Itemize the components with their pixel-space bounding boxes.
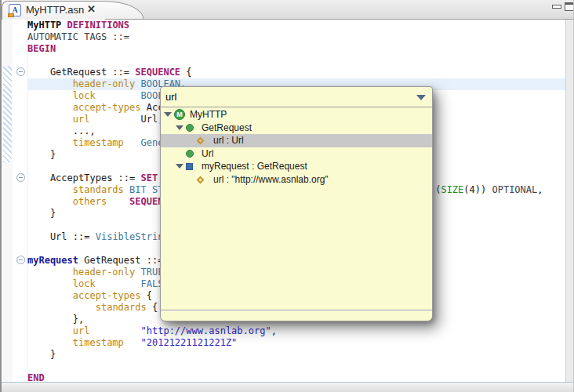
code-token: SIZE: [441, 184, 463, 195]
code-token: [61, 20, 67, 31]
outline-filter-input[interactable]: [164, 90, 418, 103]
code-token: [27, 290, 73, 301]
code-line[interactable]: [27, 55, 543, 67]
code-token: header-only: [73, 78, 135, 89]
value-icon: [186, 163, 193, 170]
module-icon: M: [174, 109, 185, 120]
code-line[interactable]: }: [27, 349, 543, 361]
code-token: lock: [73, 90, 96, 101]
code-token: timestamp: [73, 337, 124, 348]
outline-item-label: myRequest : GetRequest: [202, 161, 307, 172]
outline-tree-item[interactable]: url : "http://www.asnlab.org": [161, 173, 432, 187]
code-token: {: [180, 67, 191, 78]
type-icon: [186, 150, 194, 158]
code-line[interactable]: MyHTTP DEFINITIONS: [27, 20, 543, 31]
outline-tree-item[interactable]: Url: [161, 147, 432, 161]
code-line[interactable]: BEGIN: [27, 43, 543, 55]
maximize-icon[interactable]: [565, 2, 574, 11]
expanded-arrow-icon[interactable]: [176, 164, 183, 169]
code-token: others: [73, 196, 107, 207]
code-token: SEQUENCE: [135, 67, 180, 78]
code-token: [124, 184, 129, 195]
code-token: ...,: [27, 125, 96, 136]
code-token: [27, 90, 73, 101]
outline-item-label: Url: [202, 148, 213, 159]
code-token: [27, 196, 73, 207]
outline-tree-item[interactable]: url : Url: [161, 134, 432, 147]
code-token: AcceptTypes ::=: [27, 172, 141, 183]
code-token: OPTIONAL: [492, 184, 537, 195]
code-token: }: [27, 349, 56, 360]
code-token: myRequest: [27, 255, 78, 266]
code-token: }: [27, 208, 56, 219]
outline-tree-item[interactable]: MMyHTTP: [161, 108, 432, 122]
minimize-icon[interactable]: [552, 5, 561, 9]
close-icon[interactable]: ✕: [87, 3, 96, 15]
code-token: },: [27, 314, 84, 325]
code-token: [96, 90, 141, 101]
code-token: "20121221121221Z": [141, 337, 238, 348]
code-token: MyHTTP: [27, 20, 61, 31]
tab-curve: [104, 1, 144, 19]
field-icon: [197, 176, 205, 183]
expanded-arrow-icon[interactable]: [176, 125, 183, 130]
code-token: [141, 102, 147, 113]
code-line[interactable]: timestamp "20121221121221Z": [27, 337, 543, 349]
code-token: [135, 78, 140, 89]
code-token: GetRequest ::=: [27, 67, 135, 78]
collapse-icon[interactable]: [16, 67, 25, 76]
code-token: [27, 184, 73, 195]
outline-tree-item[interactable]: GetRequest: [161, 122, 432, 135]
code-token: timestamp: [73, 137, 124, 148]
outline-tree-item[interactable]: myRequest : GetRequest: [161, 160, 432, 173]
tab-title[interactable]: MyHTTP.asn: [26, 4, 84, 16]
code-token: [27, 114, 73, 125]
code-token: [89, 114, 140, 125]
code-token: [124, 137, 141, 148]
outline-item-label: url : Url: [213, 135, 244, 146]
outline-tree: MMyHTTPGetRequesturl : UrlUrlmyRequest :…: [161, 108, 432, 309]
code-token: ,: [271, 325, 277, 336]
expanded-arrow-icon[interactable]: [164, 112, 172, 117]
code-token: VisibleString: [96, 231, 169, 242]
code-token: [27, 278, 73, 289]
code-line[interactable]: url "http://www.asnlab.org",: [27, 325, 543, 337]
code-token: {: [141, 290, 152, 301]
code-token: [27, 302, 96, 313]
outline-item-label: GetRequest: [202, 122, 252, 133]
chevron-down-icon[interactable]: [416, 95, 426, 100]
field-icon: [197, 137, 205, 145]
code-token: accept-types: [73, 290, 141, 301]
asn-file-icon-decorator: [8, 13, 14, 17]
code-line[interactable]: [27, 361, 543, 372]
collapse-icon[interactable]: [16, 256, 25, 264]
code-token: [89, 325, 140, 336]
code-token: {: [147, 302, 158, 313]
code-token: [96, 278, 141, 289]
code-token: [27, 102, 73, 113]
editor-tab-bar: A MyHTTP.asn ✕: [2, 0, 573, 20]
code-token: accept-types: [73, 102, 141, 113]
code-token: }: [27, 149, 56, 160]
code-token: standards: [73, 184, 124, 195]
code-token: [27, 267, 73, 278]
range-indicator: [3, 66, 12, 162]
code-token: url: [73, 114, 90, 125]
code-token: [27, 137, 73, 148]
code-token: (4)): [463, 184, 492, 195]
code-token: Url: [141, 114, 158, 125]
code-token: "http://www.asnlab.org": [141, 325, 271, 336]
outline-item-label: MyHTTP: [190, 109, 227, 120]
code-token: ,: [537, 184, 543, 195]
code-token: DEFINITIONS: [67, 20, 129, 31]
popup-resize-footer[interactable]: [161, 310, 432, 321]
code-line[interactable]: GetRequest ::= SEQUENCE {: [27, 67, 543, 78]
code-token: [27, 337, 73, 348]
overview-ruler[interactable]: [565, 20, 574, 382]
asn-file-icon: A: [9, 4, 21, 16]
code-line[interactable]: AUTOMATIC TAGS ::=: [27, 31, 543, 43]
collapse-icon[interactable]: [16, 173, 25, 182]
outline-filter-row: [161, 87, 432, 107]
code-token: [27, 78, 73, 89]
code-token: [107, 196, 129, 207]
